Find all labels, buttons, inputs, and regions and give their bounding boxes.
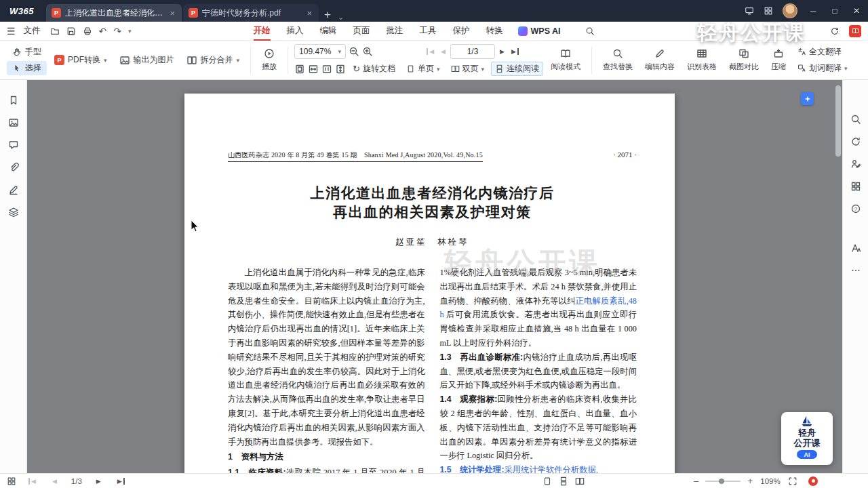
chevron-down-icon: ▾ <box>237 57 240 64</box>
page-indicator-box[interactable]: 1/3 <box>450 44 495 59</box>
menu-convert[interactable]: 转换 <box>478 22 511 40</box>
double-page-button[interactable]: 双页 ▾ <box>447 62 489 76</box>
full-translate-button[interactable]: 全文翻译 <box>793 45 852 59</box>
search-panel-icon[interactable] <box>850 114 861 125</box>
edit-content-button[interactable]: 编辑内容 <box>640 46 679 74</box>
thumbnails-icon[interactable] <box>8 117 19 128</box>
zoom-out-icon[interactable] <box>349 46 359 57</box>
hand-tool-button[interactable]: 手型 <box>7 45 47 59</box>
new-tab-button[interactable]: + <box>319 8 336 22</box>
search-icon[interactable] <box>585 26 595 36</box>
document-tab-2[interactable]: P 宁德时代财务分析.pdf × <box>183 4 319 22</box>
zoom-in-icon[interactable] <box>362 46 373 57</box>
continuous-view-icon[interactable] <box>559 476 568 486</box>
more-options-icon[interactable] <box>850 265 861 276</box>
double-page-view-icon[interactable] <box>575 476 585 486</box>
single-page-button[interactable]: 单页 ▾ <box>402 62 444 76</box>
user-avatar[interactable] <box>783 3 797 18</box>
word-translate-button[interactable]: 划词翻译 ▾ <box>793 61 852 75</box>
single-page-icon <box>406 64 415 73</box>
article-title: 上消化道出血患者经消化内镜治疗后 再出血的相关因素及护理对策 <box>228 184 637 222</box>
minimize-button[interactable]: ─ <box>807 6 819 16</box>
fullscreen-icon[interactable] <box>788 476 797 486</box>
apps-icon[interactable] <box>764 6 773 16</box>
next-page-icon[interactable]: ▶ <box>498 48 507 55</box>
open-folder-icon[interactable] <box>50 26 60 36</box>
record-button[interactable] <box>808 476 818 486</box>
history-sync-icon[interactable] <box>830 26 840 36</box>
next-page-icon[interactable]: ▶ <box>94 478 103 485</box>
menu-items: 开始 插入 编辑 页面 批注 工具 保护 转换 <box>245 22 511 40</box>
close-tab-icon[interactable]: × <box>305 8 313 18</box>
zoom-slider-thumb[interactable] <box>719 479 724 484</box>
scrollbar-thumb[interactable] <box>835 85 841 157</box>
zoom-select[interactable]: 109.47% ▾ <box>294 44 346 59</box>
menu-tools[interactable]: 工具 <box>412 22 445 40</box>
recognize-table-button[interactable]: 识别表格 <box>682 46 722 74</box>
last-page-icon[interactable]: ▶ <box>509 48 519 55</box>
window-mode-icon[interactable] <box>745 6 754 16</box>
menu-insert[interactable]: 插入 <box>279 22 312 40</box>
close-window-button[interactable]: ✕ <box>850 6 863 16</box>
menu-page[interactable]: 页面 <box>345 22 378 40</box>
wps-logo[interactable]: W365 <box>9 6 34 16</box>
main-menu-icon[interactable]: ☰ <box>7 26 16 37</box>
continuous-read-button[interactable]: 连续阅读 <box>491 62 543 76</box>
floating-assistant-button[interactable] <box>801 92 814 105</box>
menu-home[interactable]: 开始 <box>245 22 279 40</box>
toolbar-divider <box>591 47 592 74</box>
first-page-icon[interactable]: ◀ <box>427 48 436 55</box>
single-page-view-icon[interactable] <box>542 476 552 486</box>
document-tab-1[interactable]: P 上消化道出血患者经消化内镜 × <box>46 4 182 22</box>
select-tool-button[interactable]: 选择 <box>7 61 47 75</box>
previous-page-icon[interactable]: ◀ <box>50 478 59 485</box>
menu-edit[interactable]: 编辑 <box>312 22 345 40</box>
find-replace-button[interactable]: 查找替换 <box>598 46 637 74</box>
menu-annotate[interactable]: 批注 <box>378 22 412 40</box>
attachments-icon[interactable] <box>8 162 19 173</box>
tab-list-caret[interactable]: ⌄ <box>336 13 345 22</box>
fit-height-icon[interactable] <box>335 64 346 75</box>
read-mode-button[interactable]: 阅读模式 <box>546 46 585 74</box>
convert-icon[interactable] <box>850 136 861 147</box>
compress-button[interactable]: 压缩 <box>766 46 791 74</box>
thumbnail-panel-icon[interactable] <box>7 476 16 486</box>
comments-icon[interactable] <box>8 140 19 150</box>
maximize-button[interactable]: □ <box>829 6 841 16</box>
printer-icon[interactable] <box>83 26 92 36</box>
zoom-slider[interactable] <box>705 481 741 482</box>
signature-person-icon[interactable] <box>850 159 861 169</box>
fit-width-icon[interactable] <box>308 64 319 75</box>
pdf-convert-button[interactable]: P PDF转换 ▾ <box>50 49 112 71</box>
redo-icon[interactable]: ↷ <box>113 26 121 37</box>
screenshot-compare-button[interactable]: 截图对比 <box>724 46 764 74</box>
actual-size-icon[interactable] <box>321 64 332 75</box>
fit-page-icon[interactable] <box>294 64 305 75</box>
undo-icon[interactable]: ↶ <box>99 26 107 37</box>
wps-ai-button[interactable]: WPS AI <box>511 24 568 39</box>
file-menu[interactable]: 文件 <box>18 23 46 39</box>
last-page-icon[interactable]: ▶ <box>115 478 125 485</box>
export-image-button[interactable]: 输出为图片 <box>115 49 179 71</box>
pdf-page[interactable]: 山西医药杂志 2020 年 8 月第 49 卷第 15 期 Shanxi Med… <box>184 94 675 473</box>
quick-access-caret-icon[interactable]: ▾ <box>128 28 132 35</box>
save-icon[interactable] <box>66 26 76 36</box>
promo-badge-icon[interactable] <box>849 25 861 37</box>
zoom-in-button[interactable]: + <box>747 476 753 486</box>
help-icon[interactable]: ? <box>850 203 861 214</box>
font-settings-icon[interactable] <box>850 243 861 253</box>
menu-protect[interactable]: 保护 <box>445 22 478 40</box>
play-button[interactable]: 播放 <box>257 46 281 74</box>
apps-grid-icon[interactable] <box>850 181 861 192</box>
zoom-out-button[interactable]: − <box>693 476 698 487</box>
first-page-icon[interactable]: ◀ <box>28 478 38 485</box>
rotate-document-button[interactable]: ↻ 旋转文档 <box>349 62 399 76</box>
split-merge-button[interactable]: 拆分合并 ▾ <box>182 49 245 71</box>
bookmark-icon[interactable] <box>8 95 19 106</box>
signature-icon[interactable] <box>8 184 19 195</box>
document-viewport[interactable]: 山西医药杂志 2020 年 8 月第 49 卷第 15 期 Shanxi Med… <box>27 80 842 473</box>
vertical-scrollbar[interactable] <box>835 85 841 463</box>
layers-icon[interactable] <box>8 207 19 218</box>
close-tab-icon[interactable]: × <box>168 8 176 18</box>
previous-page-icon[interactable]: ◀ <box>439 48 448 55</box>
